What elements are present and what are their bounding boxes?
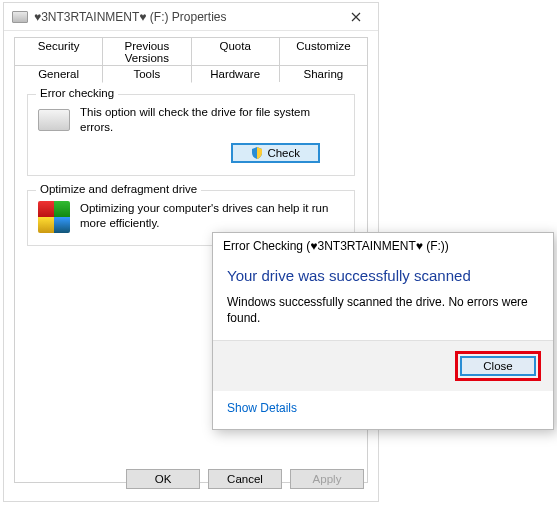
tab-hardware[interactable]: Hardware [191,65,280,82]
footer-buttons: OK Cancel Apply [126,469,364,489]
close-button[interactable]: Close [460,356,536,376]
close-icon [351,12,361,22]
drive-icon [38,109,70,131]
defrag-icon [38,201,70,233]
check-button-label: Check [267,147,300,159]
tab-general[interactable]: General [14,65,103,82]
optimize-desc: Optimizing your computer's drives can he… [80,201,344,231]
shield-icon [251,147,263,159]
tab-customize[interactable]: Customize [279,37,368,66]
check-button[interactable]: Check [231,143,320,163]
tab-quota[interactable]: Quota [191,37,280,66]
window-title: ♥3NT3RTAINMENT♥ (F:) Properties [34,10,334,24]
optimize-legend: Optimize and defragment drive [36,183,201,195]
show-details-link[interactable]: Show Details [227,401,297,415]
apply-button[interactable]: Apply [290,469,364,489]
dialog-body: Windows successfully scanned the drive. … [213,294,553,340]
titlebar: ♥3NT3RTAINMENT♥ (F:) Properties [4,3,378,31]
tab-previous-versions[interactable]: Previous Versions [102,37,191,66]
dialog-title: Error Checking (♥3NT3RTAINMENT♥ (F:)) [213,233,553,263]
close-button-highlight: Close [455,351,541,381]
cancel-button[interactable]: Cancel [208,469,282,489]
dialog-heading: Your drive was successfully scanned [213,263,553,294]
error-checking-desc: This option will check the drive for fil… [80,105,344,135]
dialog-button-row: Close [213,340,553,391]
tab-sharing[interactable]: Sharing [279,65,368,82]
error-checking-dialog: Error Checking (♥3NT3RTAINMENT♥ (F:)) Yo… [212,232,554,430]
error-checking-legend: Error checking [36,87,118,99]
dialog-footer: Show Details [213,391,553,429]
ok-button[interactable]: OK [126,469,200,489]
tab-tools[interactable]: Tools [102,65,191,83]
tab-security[interactable]: Security [14,37,103,66]
drive-icon [12,11,28,23]
error-checking-group: Error checking This option will check th… [27,94,355,176]
window-close-button[interactable] [334,3,378,31]
